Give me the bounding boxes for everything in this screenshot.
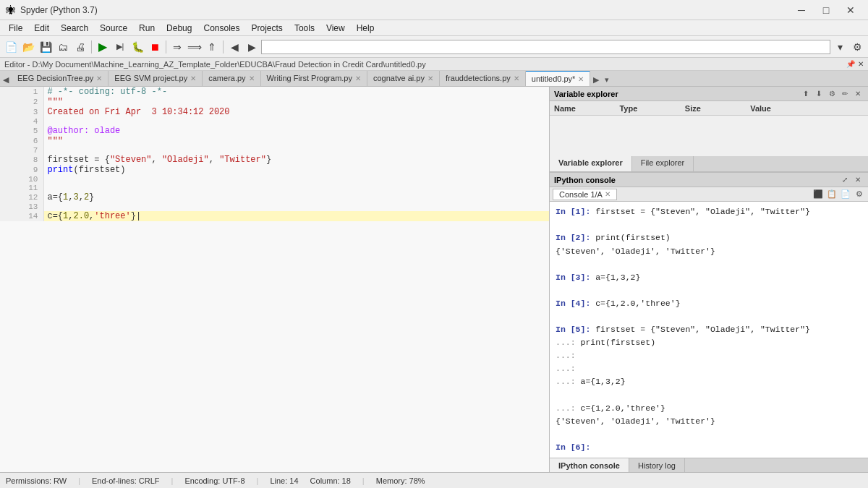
panel-tab-files[interactable]: File explorer bbox=[632, 156, 694, 171]
step-over-button[interactable]: ⟹ bbox=[187, 39, 203, 55]
console-settings-btn[interactable]: ⚙ bbox=[854, 189, 865, 200]
code-line-14: 14 c={1,2.0,'three'}| bbox=[0, 211, 549, 221]
tab-frauddetections[interactable]: frauddetections.py ✕ bbox=[440, 71, 526, 86]
console-panel: IPython console ⤢ ✕ Console 1/A ✕ ⬛ 📋 📄 … bbox=[550, 173, 868, 472]
editor-path: Editor - D:\My Document\Machine_Learning… bbox=[4, 60, 426, 69]
var-table-body bbox=[550, 116, 868, 156]
step-out-button[interactable]: ⇑ bbox=[204, 39, 220, 55]
code-line-10: 10 bbox=[0, 175, 549, 184]
tab-close-writing[interactable]: ✕ bbox=[355, 74, 361, 82]
tab-cognatve[interactable]: cognatve ai.py ✕ bbox=[367, 71, 440, 86]
menu-search[interactable]: Search bbox=[55, 22, 94, 35]
panel-tabs: Variable explorer File explorer bbox=[550, 156, 868, 172]
maximize-button[interactable]: □ bbox=[814, 3, 838, 17]
right-panel: Variable explorer ⬆ ⬇ ⚙ ✏ ✕ Name Type Si… bbox=[550, 87, 868, 472]
tab-close-fraud[interactable]: ✕ bbox=[514, 74, 519, 82]
menu-projects[interactable]: Projects bbox=[246, 22, 289, 35]
step-into-button[interactable]: ⇒ bbox=[169, 39, 185, 55]
print-button[interactable]: 🖨 bbox=[72, 39, 88, 55]
path-input[interactable]: C:\Users\olade bbox=[261, 40, 830, 54]
console-line-cont5: ...: c={1,2.0,'three'} bbox=[556, 403, 862, 414]
browse-button[interactable]: ▾ bbox=[832, 39, 848, 55]
tab-close-cognatve[interactable]: ✕ bbox=[427, 74, 433, 82]
menu-run[interactable]: Run bbox=[133, 22, 161, 35]
main-area: 1 # -*- coding: utf-8 -*- 2 """ 3 Create… bbox=[0, 87, 868, 472]
title-bar-left: 🕷 Spyder (Python 3.7) bbox=[6, 4, 98, 16]
tab-close-eeg-svm[interactable]: ✕ bbox=[190, 74, 196, 82]
save-all-button[interactable]: 🗂 bbox=[55, 39, 71, 55]
console-line-cont1: ...: print(firstset) bbox=[556, 337, 862, 348]
run-button[interactable]: ▶ bbox=[95, 39, 111, 55]
code-line-12: 12 a={1,3,2} bbox=[0, 192, 549, 202]
status-line: Line: 14 bbox=[270, 476, 298, 485]
console-copy[interactable]: 📋 bbox=[826, 189, 838, 200]
code-line-1: 1 # -*- coding: utf-8 -*- bbox=[0, 87, 549, 97]
console-line-cont2: ...: bbox=[556, 350, 862, 361]
var-explorer-settings[interactable]: ⚙ bbox=[826, 88, 838, 100]
var-explorer-title: Variable explorer bbox=[554, 90, 618, 98]
console-tab-1[interactable]: Console 1/A ✕ bbox=[553, 189, 617, 200]
console-paste[interactable]: 📄 bbox=[840, 189, 851, 200]
tab-eeg-svm[interactable]: EEG SVM project.py ✕ bbox=[109, 71, 203, 86]
var-explorer-edit[interactable]: ✏ bbox=[839, 88, 851, 100]
console-bottom-tab-history[interactable]: History log bbox=[629, 458, 685, 472]
console-line-cont3: ...: bbox=[556, 363, 862, 374]
tab-camera[interactable]: camera.py ✕ bbox=[203, 71, 260, 86]
var-explorer-close[interactable]: ✕ bbox=[852, 88, 864, 100]
menu-debug[interactable]: Debug bbox=[161, 22, 197, 35]
variable-explorer: Variable explorer ⬆ ⬇ ⚙ ✏ ✕ Name Type Si… bbox=[550, 87, 868, 173]
var-explorer-header: Variable explorer ⬆ ⬇ ⚙ ✏ ✕ bbox=[550, 87, 868, 101]
console-tab-close[interactable]: ✕ bbox=[605, 190, 610, 198]
minimize-button[interactable]: ─ bbox=[790, 3, 813, 17]
console-bottom-tab-ipython[interactable]: IPython console bbox=[550, 458, 629, 472]
menu-source[interactable]: Source bbox=[94, 22, 133, 35]
console-line-in5: In [5]: firstset = {"Steven", "Oladeji",… bbox=[556, 324, 862, 335]
tab-close-untitled0[interactable]: ✕ bbox=[578, 75, 584, 83]
tab-untitled0[interactable]: untitled0.py* ✕ bbox=[526, 71, 591, 86]
console-body[interactable]: In [1]: firstset = {"Steven", "Oladeji",… bbox=[550, 202, 868, 458]
editor-close-icon[interactable]: ✕ bbox=[858, 60, 864, 68]
tab-nav-right[interactable]: ▶ bbox=[590, 74, 602, 86]
console-expand[interactable]: ⤢ bbox=[839, 174, 851, 186]
tab-nav-dropdown[interactable]: ▾ bbox=[602, 74, 612, 86]
console-close[interactable]: ✕ bbox=[852, 174, 864, 186]
menu-help[interactable]: Help bbox=[351, 22, 380, 35]
var-explorer-upload[interactable]: ⬆ bbox=[800, 88, 812, 100]
status-memory: Memory: 78% bbox=[376, 476, 425, 485]
debug-button[interactable]: 🐛 bbox=[129, 39, 145, 55]
stop-button[interactable]: ⏹ bbox=[147, 39, 163, 55]
file-tabs: ◀ EEG DecisionTree.py ✕ EEG SVM project.… bbox=[0, 71, 868, 87]
panel-tab-variables[interactable]: Variable explorer bbox=[550, 156, 632, 171]
console-interrupt[interactable]: ⬛ bbox=[812, 189, 824, 200]
back-button[interactable]: ◀ bbox=[226, 39, 242, 55]
menu-bar: File Edit Search Source Run Debug Consol… bbox=[0, 20, 868, 36]
menu-view[interactable]: View bbox=[320, 22, 351, 35]
var-explorer-download[interactable]: ⬇ bbox=[813, 88, 825, 100]
tab-writing[interactable]: Writing First Program.py ✕ bbox=[261, 71, 367, 86]
settings-button[interactable]: ⚙ bbox=[849, 39, 865, 55]
console-line-blank4 bbox=[556, 311, 862, 322]
code-line-6: 6 """ bbox=[0, 136, 549, 146]
new-file-button[interactable]: 📄 bbox=[3, 39, 19, 55]
open-file-button[interactable]: 📂 bbox=[20, 39, 36, 55]
save-button[interactable]: 💾 bbox=[38, 39, 54, 55]
title-bar: 🕷 Spyder (Python 3.7) ─ □ ✕ bbox=[0, 0, 868, 20]
tab-close-camera[interactable]: ✕ bbox=[249, 74, 255, 82]
menu-consoles[interactable]: Consoles bbox=[197, 22, 245, 35]
console-line-in4: In [4]: c={1,2.0,'three'} bbox=[556, 298, 862, 309]
console-title: IPython console bbox=[554, 176, 616, 184]
forward-button[interactable]: ▶ bbox=[244, 39, 260, 55]
code-editor[interactable]: 1 # -*- coding: utf-8 -*- 2 """ 3 Create… bbox=[0, 87, 550, 472]
console-line-blank3 bbox=[556, 285, 862, 296]
code-line-9: 9 print(firstset) bbox=[0, 165, 549, 175]
tab-close-eeg-decision[interactable]: ✕ bbox=[96, 74, 102, 82]
run-cell-button[interactable]: ▶| bbox=[112, 39, 128, 55]
menu-tools[interactable]: Tools bbox=[289, 22, 320, 35]
close-button[interactable]: ✕ bbox=[839, 3, 862, 17]
tab-eeg-decision[interactable]: EEG DecisionTree.py ✕ bbox=[12, 71, 109, 86]
var-explorer-buttons: ⬆ ⬇ ⚙ ✏ ✕ bbox=[800, 88, 864, 100]
code-line-5: 5 @author: olade bbox=[0, 126, 549, 136]
menu-edit[interactable]: Edit bbox=[28, 22, 55, 35]
tab-nav-left[interactable]: ◀ bbox=[0, 74, 12, 86]
menu-file[interactable]: File bbox=[3, 22, 28, 35]
